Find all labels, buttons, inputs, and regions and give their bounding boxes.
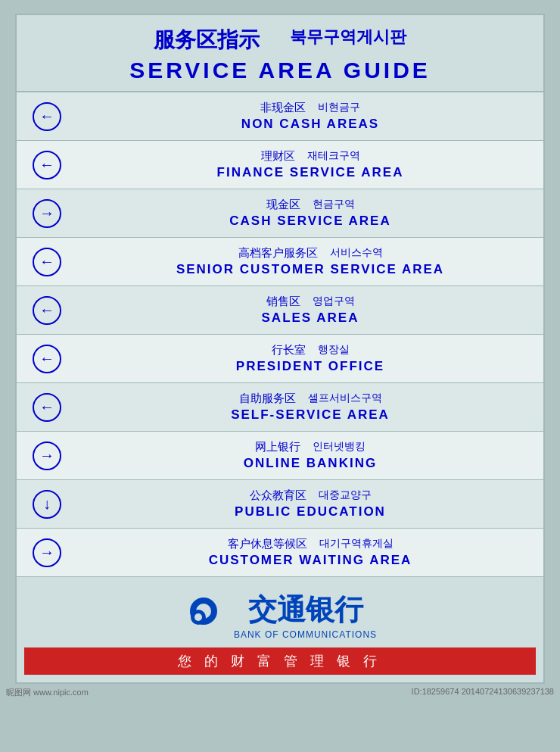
korean-label: 서비스수역: [330, 246, 383, 261]
watermark-right: ID:18259674 20140724130639237138: [412, 687, 554, 698]
arrow-cell: ←: [17, 248, 77, 276]
row-top: 销售区영업구역: [85, 295, 536, 309]
arrow-icon: →: [33, 442, 61, 470]
korean-label: 행장실: [318, 343, 350, 357]
text-cell: 自助服务区셀프서비스구역SELF-SERVICE AREA: [77, 385, 543, 429]
korean-label: 재테크구역: [307, 149, 360, 164]
arrow-cell: ←: [17, 296, 77, 325]
english-label: CASH SERVICE AREA: [85, 214, 536, 229]
bank-logo-icon: [183, 594, 225, 636]
row-top: 公众教育区대중교양구: [85, 488, 536, 503]
main-sign: 服务区指示 북무구역게시판 SERVICE AREA GUIDE ←非现金区비현…: [15, 14, 545, 684]
row-top: 客户休息等候区대기구역휴게실: [85, 537, 536, 551]
watermark-bar: 昵图网 www.nipic.com ID:18259674 2014072413…: [0, 684, 560, 701]
chinese-label: 高档客户服务区: [238, 246, 318, 261]
arrow-icon: ←: [33, 393, 61, 422]
chinese-label: 销售区: [266, 295, 300, 309]
arrow-icon: ←: [33, 296, 61, 325]
arrow-cell: ←: [17, 393, 77, 422]
arrow-icon: ←: [33, 151, 61, 179]
table-row: ←行长室행장실PRESIDENT OFFICE: [17, 335, 543, 383]
arrow-cell: →: [17, 199, 77, 228]
korean-label: 대중교양구: [319, 488, 372, 503]
chinese-label: 行长室: [272, 343, 306, 357]
text-cell: 销售区영업구역SALES AREA: [77, 289, 543, 332]
tagline-bar: 您 的 财 富 管 理 银 行: [24, 647, 536, 675]
watermark-left: 昵图网 www.nipic.com: [6, 687, 89, 698]
table-row: ←销售区영업구역SALES AREA: [17, 286, 543, 335]
header-chinese: 服务区指示: [154, 26, 260, 55]
korean-label: 현금구역: [313, 198, 355, 212]
arrow-icon: →: [33, 199, 61, 228]
korean-label: 인터넷뱅킹: [313, 440, 366, 454]
arrow-icon: ←: [33, 345, 61, 373]
table-row: →网上银行인터넷뱅킹ONLINE BANKING: [17, 432, 543, 480]
tagline-text: 您 的 财 富 管 理 银 行: [178, 654, 381, 669]
chinese-label: 客户休息等候区: [228, 537, 307, 551]
header-english: SERVICE AREA GUIDE: [24, 58, 536, 83]
arrow-icon: ←: [33, 248, 61, 276]
rows-list: ←非现金区비현금구NON CASH AREAS←理财区재테크구역FINANCE …: [17, 92, 543, 577]
table-row: ←理财区재테크구역FINANCE SERVICE AREA: [17, 141, 543, 189]
header-korean: 북무구역게시판: [290, 26, 406, 55]
chinese-label: 现金区: [266, 198, 300, 212]
bank-logo-area: 交通银行 BANK OF COMMUNICATIONS: [183, 591, 377, 640]
table-row: →客户休息等候区대기구역휴게실CUSTOMER WAITING AREA: [17, 529, 543, 577]
english-label: ONLINE BANKING: [85, 456, 536, 471]
chinese-label: 公众教育区: [250, 488, 306, 503]
table-row: ←自助服务区셀프서비스구역SELF-SERVICE AREA: [17, 383, 543, 432]
english-label: FINANCE SERVICE AREA: [85, 165, 536, 180]
text-cell: 理财区재테크구역FINANCE SERVICE AREA: [77, 143, 543, 186]
text-cell: 公众教育区대중교양구PUBLIC EDUCATION: [77, 482, 543, 526]
english-label: SALES AREA: [85, 310, 536, 326]
svg-point-3: [194, 613, 202, 621]
english-label: SENIOR CUSTOMER SERVICE AREA: [85, 262, 536, 277]
korean-label: 영업구역: [313, 295, 355, 309]
row-top: 自助服务区셀프서비스구역: [85, 392, 536, 406]
chinese-label: 自助服务区: [239, 392, 296, 406]
row-top: 行长室행장실: [85, 343, 536, 357]
arrow-cell: →: [17, 538, 77, 567]
arrow-icon: →: [33, 538, 61, 567]
row-top: 理财区재테크구역: [85, 149, 536, 164]
korean-label: 대기구역휴게실: [319, 537, 394, 551]
english-label: CUSTOMER WAITING AREA: [85, 553, 536, 568]
english-label: NON CASH AREAS: [85, 117, 536, 132]
bank-name-chinese: 交通银行: [248, 591, 363, 629]
arrow-cell: ←: [17, 151, 77, 179]
row-top: 高档客户服务区서비스수역: [85, 246, 536, 261]
english-label: PRESIDENT OFFICE: [85, 359, 536, 374]
table-row: ←非现金区비현금구NON CASH AREAS: [17, 92, 543, 141]
row-top: 非现金区비현금구: [85, 101, 536, 115]
chinese-label: 网上银行: [255, 440, 300, 454]
text-cell: 行长室행장실PRESIDENT OFFICE: [77, 337, 543, 380]
text-cell: 高档客户服务区서비스수역SENIOR CUSTOMER SERVICE AREA: [77, 240, 543, 283]
table-row: ←高档客户服务区서비스수역SENIOR CUSTOMER SERVICE ARE…: [17, 238, 543, 286]
korean-label: 셀프서비스구역: [308, 392, 382, 406]
arrow-cell: →: [17, 442, 77, 470]
text-cell: 客户休息等候区대기구역휴게실CUSTOMER WAITING AREA: [77, 531, 543, 574]
arrow-cell: ↓: [17, 490, 77, 519]
arrow-cell: ←: [17, 102, 77, 131]
row-top: 现金区현금구역: [85, 198, 536, 212]
row-top: 网上银行인터넷뱅킹: [85, 440, 536, 454]
english-label: PUBLIC EDUCATION: [85, 504, 536, 520]
footer: 交通银行 BANK OF COMMUNICATIONS 您 的 财 富 管 理 …: [17, 577, 543, 682]
text-cell: 网上银行인터넷뱅킹ONLINE BANKING: [77, 434, 543, 477]
chinese-label: 非现金区: [260, 101, 306, 115]
bank-name-english: BANK OF COMMUNICATIONS: [234, 629, 377, 640]
sign-header: 服务区指示 북무구역게시판 SERVICE AREA GUIDE: [17, 15, 543, 92]
chinese-label: 理财区: [261, 149, 295, 164]
text-cell: 现金区현금구역CASH SERVICE AREA: [77, 192, 543, 235]
arrow-icon: ←: [33, 102, 61, 131]
bank-name-block: 交通银行 BANK OF COMMUNICATIONS: [234, 591, 377, 640]
korean-label: 비현금구: [318, 101, 360, 115]
arrow-icon: ↓: [33, 490, 61, 519]
table-row: ↓公众教育区대중교양구PUBLIC EDUCATION: [17, 480, 543, 529]
text-cell: 非现金区비현금구NON CASH AREAS: [77, 95, 543, 138]
table-row: →现金区현금구역CASH SERVICE AREA: [17, 189, 543, 238]
english-label: SELF-SERVICE AREA: [85, 407, 536, 423]
arrow-cell: ←: [17, 345, 77, 373]
